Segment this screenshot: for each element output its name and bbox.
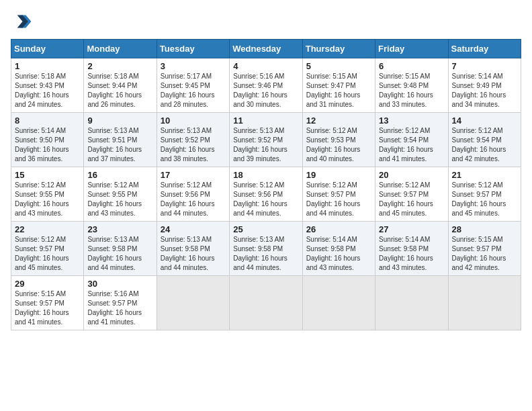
calendar-cell: 17Sunrise: 5:12 AMSunset: 9:56 PMDayligh…	[157, 167, 229, 222]
day-number: 20	[379, 170, 444, 180]
day-number: 14	[452, 116, 517, 126]
cell-content: Sunrise: 5:17 AMSunset: 9:45 PMDaylight:…	[161, 72, 226, 109]
calendar-cell	[375, 276, 448, 330]
calendar-cell: 24Sunrise: 5:13 AMSunset: 9:58 PMDayligh…	[157, 222, 229, 276]
calendar-cell: 15Sunrise: 5:12 AMSunset: 9:55 PMDayligh…	[11, 167, 84, 222]
cell-content: Sunrise: 5:15 AMSunset: 9:47 PMDaylight:…	[306, 72, 371, 109]
cell-content: Sunrise: 5:12 AMSunset: 9:57 PMDaylight:…	[15, 235, 80, 273]
day-number: 2	[87, 61, 152, 71]
calendar-cell: 14Sunrise: 5:12 AMSunset: 9:54 PMDayligh…	[448, 113, 521, 167]
calendar-cell: 5Sunrise: 5:15 AMSunset: 9:47 PMDaylight…	[302, 58, 375, 113]
day-number: 9	[87, 116, 152, 126]
day-number: 22	[15, 224, 80, 234]
calendar-cell: 1Sunrise: 5:18 AMSunset: 9:43 PMDaylight…	[11, 58, 84, 113]
cell-content: Sunrise: 5:12 AMSunset: 9:54 PMDaylight:…	[379, 126, 444, 164]
calendar-cell	[157, 276, 229, 330]
column-header-sunday: Sunday	[11, 40, 84, 58]
week-row-1: 1Sunrise: 5:18 AMSunset: 9:43 PMDaylight…	[11, 58, 521, 113]
cell-content: Sunrise: 5:14 AMSunset: 9:50 PMDaylight:…	[15, 126, 80, 164]
day-number: 3	[161, 61, 226, 71]
calendar-cell: 7Sunrise: 5:14 AMSunset: 9:49 PMDaylight…	[448, 58, 521, 113]
column-header-tuesday: Tuesday	[157, 40, 229, 58]
logo	[11, 11, 35, 32]
day-number: 21	[452, 170, 517, 180]
calendar-cell: 11Sunrise: 5:13 AMSunset: 9:52 PMDayligh…	[230, 113, 302, 167]
week-row-4: 22Sunrise: 5:12 AMSunset: 9:57 PMDayligh…	[11, 222, 521, 276]
calendar: SundayMondayTuesdayWednesdayThursdayFrid…	[11, 39, 521, 330]
day-number: 30	[87, 279, 152, 289]
column-header-thursday: Thursday	[302, 40, 375, 58]
day-number: 8	[15, 116, 80, 126]
calendar-cell: 20Sunrise: 5:12 AMSunset: 9:57 PMDayligh…	[375, 167, 448, 222]
day-number: 28	[452, 224, 517, 234]
day-number: 13	[379, 116, 444, 126]
day-number: 16	[87, 170, 152, 180]
day-number: 1	[15, 61, 80, 71]
week-row-2: 8Sunrise: 5:14 AMSunset: 9:50 PMDaylight…	[11, 113, 521, 167]
cell-content: Sunrise: 5:12 AMSunset: 9:56 PMDaylight:…	[233, 181, 298, 218]
cell-content: Sunrise: 5:12 AMSunset: 9:57 PMDaylight:…	[452, 181, 517, 218]
cell-content: Sunrise: 5:13 AMSunset: 9:52 PMDaylight:…	[161, 126, 226, 164]
cell-content: Sunrise: 5:13 AMSunset: 9:52 PMDaylight:…	[233, 126, 298, 164]
day-number: 27	[379, 224, 444, 234]
cell-content: Sunrise: 5:15 AMSunset: 9:48 PMDaylight:…	[379, 72, 444, 109]
calendar-cell: 12Sunrise: 5:12 AMSunset: 9:53 PMDayligh…	[302, 113, 375, 167]
day-number: 29	[15, 279, 80, 289]
day-number: 4	[233, 61, 298, 71]
calendar-cell: 18Sunrise: 5:12 AMSunset: 9:56 PMDayligh…	[230, 167, 302, 222]
cell-content: Sunrise: 5:14 AMSunset: 9:58 PMDaylight:…	[306, 235, 371, 273]
calendar-cell	[302, 276, 375, 330]
day-number: 10	[161, 116, 226, 126]
column-header-wednesday: Wednesday	[230, 40, 302, 58]
calendar-cell: 27Sunrise: 5:14 AMSunset: 9:58 PMDayligh…	[375, 222, 448, 276]
day-number: 15	[15, 170, 80, 180]
cell-content: Sunrise: 5:14 AMSunset: 9:49 PMDaylight:…	[452, 72, 517, 109]
day-number: 19	[306, 170, 371, 180]
cell-content: Sunrise: 5:13 AMSunset: 9:58 PMDaylight:…	[233, 235, 298, 273]
cell-content: Sunrise: 5:13 AMSunset: 9:51 PMDaylight:…	[87, 126, 152, 164]
cell-content: Sunrise: 5:12 AMSunset: 9:57 PMDaylight:…	[379, 181, 444, 218]
day-number: 6	[379, 61, 444, 71]
cell-content: Sunrise: 5:15 AMSunset: 9:57 PMDaylight:…	[452, 235, 517, 273]
calendar-cell: 9Sunrise: 5:13 AMSunset: 9:51 PMDaylight…	[84, 113, 157, 167]
column-header-saturday: Saturday	[448, 40, 521, 58]
cell-content: Sunrise: 5:12 AMSunset: 9:55 PMDaylight:…	[87, 181, 152, 218]
cell-content: Sunrise: 5:12 AMSunset: 9:57 PMDaylight:…	[306, 181, 371, 218]
logo-icon	[11, 11, 32, 32]
cell-content: Sunrise: 5:15 AMSunset: 9:57 PMDaylight:…	[15, 289, 80, 327]
calendar-cell: 8Sunrise: 5:14 AMSunset: 9:50 PMDaylight…	[11, 113, 84, 167]
calendar-cell: 22Sunrise: 5:12 AMSunset: 9:57 PMDayligh…	[11, 222, 84, 276]
day-number: 11	[233, 116, 298, 126]
cell-content: Sunrise: 5:16 AMSunset: 9:57 PMDaylight:…	[87, 289, 152, 327]
cell-content: Sunrise: 5:18 AMSunset: 9:44 PMDaylight:…	[87, 72, 152, 109]
calendar-cell: 10Sunrise: 5:13 AMSunset: 9:52 PMDayligh…	[157, 113, 229, 167]
calendar-cell: 3Sunrise: 5:17 AMSunset: 9:45 PMDaylight…	[157, 58, 229, 113]
cell-content: Sunrise: 5:12 AMSunset: 9:53 PMDaylight:…	[306, 126, 371, 164]
calendar-cell: 25Sunrise: 5:13 AMSunset: 9:58 PMDayligh…	[230, 222, 302, 276]
calendar-cell: 28Sunrise: 5:15 AMSunset: 9:57 PMDayligh…	[448, 222, 521, 276]
calendar-cell: 13Sunrise: 5:12 AMSunset: 9:54 PMDayligh…	[375, 113, 448, 167]
day-number: 5	[306, 61, 371, 71]
calendar-cell: 19Sunrise: 5:12 AMSunset: 9:57 PMDayligh…	[302, 167, 375, 222]
calendar-cell: 23Sunrise: 5:13 AMSunset: 9:58 PMDayligh…	[84, 222, 157, 276]
day-number: 24	[161, 224, 226, 234]
calendar-cell	[230, 276, 302, 330]
cell-content: Sunrise: 5:16 AMSunset: 9:46 PMDaylight:…	[233, 72, 298, 109]
week-row-3: 15Sunrise: 5:12 AMSunset: 9:55 PMDayligh…	[11, 167, 521, 222]
calendar-cell: 30Sunrise: 5:16 AMSunset: 9:57 PMDayligh…	[84, 276, 157, 330]
header-row: SundayMondayTuesdayWednesdayThursdayFrid…	[11, 40, 521, 58]
cell-content: Sunrise: 5:18 AMSunset: 9:43 PMDaylight:…	[15, 72, 80, 109]
calendar-cell: 16Sunrise: 5:12 AMSunset: 9:55 PMDayligh…	[84, 167, 157, 222]
calendar-cell: 21Sunrise: 5:12 AMSunset: 9:57 PMDayligh…	[448, 167, 521, 222]
column-header-friday: Friday	[375, 40, 448, 58]
day-number: 17	[161, 170, 226, 180]
calendar-cell: 26Sunrise: 5:14 AMSunset: 9:58 PMDayligh…	[302, 222, 375, 276]
day-number: 26	[306, 224, 371, 234]
day-number: 25	[233, 224, 298, 234]
calendar-cell: 4Sunrise: 5:16 AMSunset: 9:46 PMDaylight…	[230, 58, 302, 113]
day-number: 7	[452, 61, 517, 71]
calendar-cell: 29Sunrise: 5:15 AMSunset: 9:57 PMDayligh…	[11, 276, 84, 330]
calendar-cell: 2Sunrise: 5:18 AMSunset: 9:44 PMDaylight…	[84, 58, 157, 113]
cell-content: Sunrise: 5:12 AMSunset: 9:56 PMDaylight:…	[161, 181, 226, 218]
header	[11, 11, 521, 32]
